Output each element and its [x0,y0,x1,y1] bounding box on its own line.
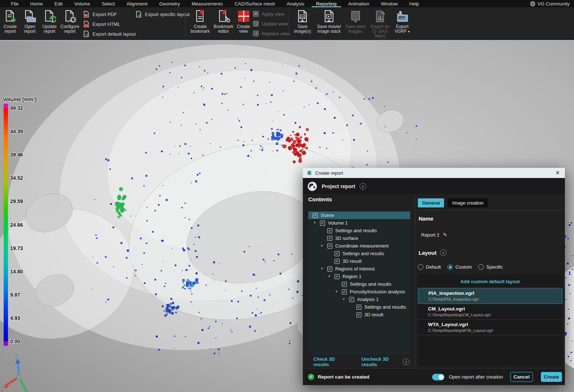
edit-pencil-icon[interactable]: ✎ [443,232,447,238]
menu-item-reporting[interactable]: Reporting [310,0,342,7]
tree-checkbox[interactable]: ✓ [327,236,332,241]
tree-item-3d-surface[interactable]: ✓3D surface [308,234,410,242]
tree-checkbox[interactable]: ✓ [327,228,332,233]
tree-checkbox[interactable]: ✓ [342,289,347,294]
status-ok-icon: ✓ [308,374,314,380]
expand-arrow-icon[interactable]: ▾ [321,243,323,248]
menu-item-alignment[interactable]: Alignment [121,0,154,7]
open-report-button[interactable]: Open report [21,9,39,34]
uncheck-3d-results-link[interactable]: Uncheck 3D results [361,356,403,367]
menu-item-select[interactable]: Select [96,0,120,7]
menu-item-file[interactable]: File [5,0,24,7]
expand-arrow-icon[interactable]: ▾ [321,266,323,270]
menu-item-volume[interactable]: Volume [68,0,96,7]
create-view-button[interactable]: Create view [235,9,252,34]
bookmark-editor-button[interactable]: Bookmark editor [213,9,234,34]
tree-checkbox[interactable]: ✓ [349,297,354,302]
export-default-layout-button[interactable]: Export default layout [83,31,136,37]
tree-item-settings-and-results[interactable]: ✓Settings and results [308,280,410,288]
export-default-layout-label: Export default layout [92,31,136,37]
tree-checkbox[interactable]: ✓ [356,305,361,310]
create-button[interactable]: Create [541,372,562,382]
update-report-button[interactable]: Update report [40,9,59,34]
tree-info-icon[interactable]: i [403,359,409,365]
tree-checkbox[interactable]: ✓ [334,274,340,279]
menu-item-cad-surface-mesh[interactable]: CAD/Surface mesh [229,0,281,7]
tree-item-region-1[interactable]: ▾✓Region 1 [308,273,410,280]
tree-checkbox[interactable]: ✓ [327,243,332,249]
layout-item-wta-layout-vgrl[interactable]: WTA_Layout.vgrlC:\Temp\Reporting\WTA_Lay… [418,320,562,335]
configure-report-button[interactable]: Configure report [60,9,80,34]
create-bookmark-button[interactable]: Create bookmark [190,9,211,34]
export-qdas-button[interactable]: Export as Q- DAS file(s) [368,9,392,39]
tree-item-3d-result[interactable]: ✓3D result [308,257,410,265]
radio-label: Default [426,264,441,270]
apply-view-button[interactable]: Apply view [253,11,284,17]
expand-arrow-icon[interactable]: ▾ [314,221,316,225]
close-icon[interactable]: ✕ [554,169,561,177]
menu-item-help[interactable]: Help [404,0,425,7]
export-html-button[interactable]: HTML Export HTML [83,21,120,27]
tree-item-settings-and-results[interactable]: ✓Settings and results [308,303,410,311]
radio-default[interactable]: Default [418,264,441,270]
menu-item-window[interactable]: Window [375,0,403,7]
tree-item-analysis-1[interactable]: ▾✓Analysis 1 [308,296,410,303]
colorbar-tick: 4.93 [10,315,20,321]
menu-item-animation[interactable]: Animation [343,0,375,7]
replace-view-button[interactable]: Replace view [253,31,290,36]
tree-checkbox[interactable]: ✓ [334,259,340,264]
radio-custom[interactable]: Custom [447,264,472,270]
menu-item-geometry[interactable]: Geometry [153,0,186,7]
project-report-info-icon[interactable]: i [360,183,366,190]
save-movie-icon [322,9,336,23]
tab-general[interactable]: General [418,198,444,207]
save-images-button[interactable]: Save image(s) [293,9,312,34]
export-pdf-button[interactable]: PDF Export PDF [83,11,117,17]
menu-item-home[interactable]: Home [24,0,49,7]
save-view-images-button[interactable]: Save view images [344,9,366,34]
colorbar-tick: 29.59 [10,198,23,204]
tree-item-porosity-inclusion-analysis[interactable]: ▾✓Porosity/inclusion analysis [308,288,410,296]
tree-item-volume-1[interactable]: ▾✓Volume 1 [308,219,410,227]
tree-item-scene[interactable]: ✓Scene [308,211,410,219]
menu-item-edit[interactable]: Edit [49,0,68,7]
tree-checkbox[interactable]: ✓ [342,282,347,287]
tree-checkbox[interactable]: ✓ [327,266,332,272]
export-specific-layout-button[interactable]: Export specific layout [135,11,190,17]
tree-checkbox[interactable]: ✓ [313,213,318,218]
report-name-field[interactable]: Report 2 ✎ [421,232,447,238]
export-vgrf-button[interactable]: VGRF Export VGRF ▾ [393,9,411,34]
vg-community[interactable]: VG Community [530,1,574,7]
check-3d-results-link[interactable]: Check 3D results [313,356,349,367]
tree-item-3d-result[interactable]: ✓3D result [308,311,410,318]
layout-info-icon[interactable]: i [440,249,447,256]
contents-tree[interactable]: ✓Scene▾✓Volume 1✓Settings and results✓3D… [308,211,410,355]
cancel-button[interactable]: Cancel [510,372,533,382]
tree-item-regions-of-interest[interactable]: ▾✓Regions of interest [308,265,410,273]
open-report-toggle[interactable] [432,374,444,380]
tree-item-label: Regions of interest [335,266,375,272]
create-report-button[interactable]: Create report [1,9,19,34]
tree-checkbox[interactable]: ✓ [320,221,325,226]
add-custom-default-layout-link[interactable]: Add custom default layout [418,274,562,284]
menu-item-analysis[interactable]: Analysis [281,0,310,7]
radio-specific[interactable]: Specific [478,264,503,270]
create-bookmark-icon [194,9,207,23]
expand-arrow-icon[interactable]: ▾ [343,297,345,301]
tree-checkbox[interactable]: ✓ [356,312,361,317]
dialog-title-bar[interactable]: Create report ✕ [303,168,565,178]
tree-item-settings-and-results[interactable]: ✓Settings and results [308,227,410,234]
tab-image-creation[interactable]: Image creation [448,198,488,207]
tree-checkbox[interactable]: ✓ [334,251,340,256]
tree-item-coordinate-measurement[interactable]: ▾✓Coordinate measurement [308,242,410,250]
expand-arrow-icon[interactable]: ▾ [328,274,330,278]
update-view-button[interactable]: Update view [253,21,288,27]
layout-item-cm-layout-vgrl[interactable]: CM_Layout.vgrlC:\Temp\Reporting\CM_Layou… [418,304,562,320]
radio-circle-icon [418,264,423,270]
tree-item-settings-and-results[interactable]: ✓Settings and results [308,250,410,257]
save-movie-button[interactable]: Save movie/ image stack [315,9,343,34]
export-qdas-icon [373,9,387,23]
menu-item-measurements[interactable]: Measurements [186,0,229,7]
layout-item-pia-inspection-vgrl[interactable]: PIA_inspection.vgrlC:\Temp\PIA_inspectio… [418,288,562,304]
expand-arrow-icon[interactable]: ▾ [336,289,337,293]
